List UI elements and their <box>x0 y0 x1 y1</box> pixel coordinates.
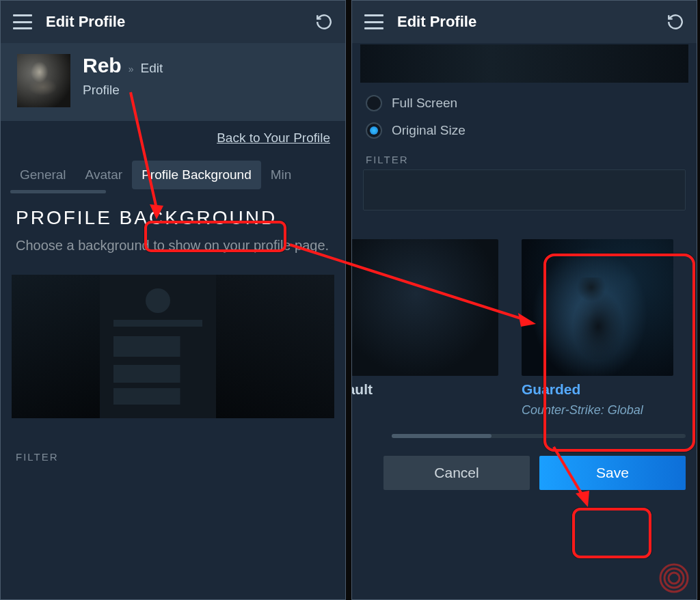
preview-pane-right[interactable] <box>216 275 334 418</box>
radio-original-size[interactable]: Original Size <box>352 117 697 144</box>
tabs: General Avatar Profile Background Min <box>1 147 345 189</box>
option-default[interactable]: efault <box>362 239 498 418</box>
filter-label: FILTER <box>352 144 697 169</box>
watermark-icon <box>657 561 691 595</box>
option-guarded-label[interactable]: Guarded <box>522 381 673 398</box>
option-guarded[interactable]: Guarded Counter-Strike: Global <box>522 239 673 418</box>
tab-avatar[interactable]: Avatar <box>76 161 133 189</box>
header: Edit Profile <box>352 1 697 43</box>
background-thumb-strip[interactable] <box>360 44 688 83</box>
background-preview-row <box>1 256 345 418</box>
page-title: Edit Profile <box>397 13 653 31</box>
button-row: Cancel Save <box>352 438 697 490</box>
page-title: Edit Profile <box>46 13 301 31</box>
menu-icon[interactable] <box>364 14 383 29</box>
tab-profile-background[interactable]: Profile Background <box>132 161 261 189</box>
header: Edit Profile <box>1 1 345 43</box>
panel-left: Edit Profile Reb » Edit Profile Back to … <box>0 0 346 600</box>
svg-point-4 <box>669 573 679 584</box>
radio-label-original-size: Original Size <box>392 123 466 138</box>
section-heading: PROFILE BACKGROUND <box>1 189 345 236</box>
back-link-row: Back to Your Profile <box>1 121 345 147</box>
profile-block: Reb » Edit Profile <box>1 43 345 121</box>
background-options: efault Guarded Counter-Strike: Global <box>352 210 697 418</box>
avatar[interactable] <box>17 54 70 107</box>
preview-pane-center[interactable] <box>100 275 215 418</box>
breadcrumb-profile: Profile <box>83 83 163 98</box>
tab-min[interactable]: Min <box>261 161 301 189</box>
cancel-button[interactable]: Cancel <box>383 456 530 490</box>
username: Reb <box>83 54 122 77</box>
panel-right: Edit Profile Full Screen Original Size F… <box>351 0 697 600</box>
section-subtext: Choose a background to show on your prof… <box>1 236 345 256</box>
preview-pane-left[interactable] <box>12 275 100 418</box>
menu-icon[interactable] <box>13 14 32 29</box>
filter-input[interactable] <box>363 169 686 210</box>
refresh-icon[interactable] <box>667 13 684 31</box>
horizontal-scrollbar[interactable] <box>392 434 686 438</box>
annotation-highlight-save <box>572 508 651 558</box>
radio-full-screen[interactable]: Full Screen <box>352 90 697 117</box>
breadcrumb-arrow: » <box>129 64 134 74</box>
option-guarded-thumb[interactable] <box>522 239 673 376</box>
refresh-icon[interactable] <box>315 13 333 31</box>
radio-label-full-screen: Full Screen <box>392 96 457 111</box>
tab-general[interactable]: General <box>10 161 76 189</box>
breadcrumb-edit: Edit <box>140 61 163 76</box>
save-button[interactable]: Save <box>539 456 686 490</box>
option-default-label: efault <box>351 381 498 398</box>
radio-icon-selected <box>366 122 382 139</box>
radio-icon <box>366 95 382 111</box>
tab-underline <box>10 190 106 193</box>
back-to-profile-link[interactable]: Back to Your Profile <box>217 131 330 145</box>
filter-label: FILTER <box>1 418 345 463</box>
option-guarded-subtitle: Counter-Strike: Global <box>522 403 673 418</box>
option-default-thumb[interactable] <box>351 239 498 376</box>
svg-point-3 <box>664 569 684 588</box>
